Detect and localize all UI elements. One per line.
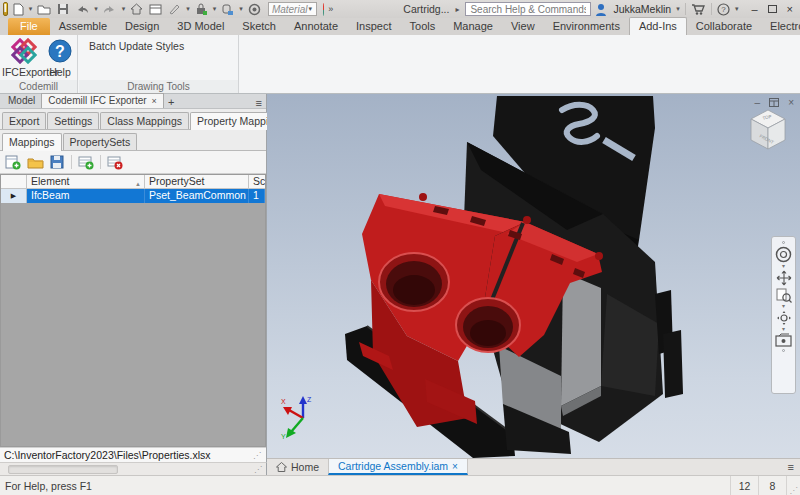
dock-tab-model[interactable]: Model <box>2 94 41 108</box>
redo-caret-icon[interactable]: ▾ <box>121 5 127 13</box>
app-store-cart-icon[interactable] <box>689 1 707 17</box>
dock-menu-icon[interactable]: ≡ <box>256 98 262 108</box>
pan-icon[interactable] <box>776 270 792 286</box>
tab-view[interactable]: View <box>502 18 544 35</box>
cell-propertyset[interactable]: Pset_BeamCommon <box>145 189 249 203</box>
header-element[interactable]: Element▲ <box>27 175 145 189</box>
tab-electromechanical[interactable]: Electromechanical <box>761 18 800 35</box>
table-row[interactable]: ▶ IfcBeam Pset_BeamCommon 1 <box>1 189 265 203</box>
help-caret-icon[interactable]: ▾ <box>734 5 740 13</box>
component-caret-icon[interactable]: ▾ <box>238 5 244 13</box>
material-caret-icon: ▾ <box>307 5 313 13</box>
sketch-caret-icon[interactable]: ▾ <box>185 5 191 13</box>
model-viewport[interactable]: – × FRONT TOP ▾ ▾ ▾ Z X Y <box>267 94 800 458</box>
constraint-caret-icon[interactable]: ▾ <box>212 5 218 13</box>
batch-update-styles-button[interactable]: Batch Update Styles <box>89 40 184 52</box>
dock-tab-codemill-ifc-exporter[interactable]: Codemill IFC Exporter × <box>41 93 164 108</box>
navigation-wheel-icon[interactable] <box>775 246 792 263</box>
tab-inspect[interactable]: Inspect <box>347 18 400 35</box>
header-scope[interactable]: Sc <box>249 175 266 189</box>
tab-export[interactable]: Export <box>2 112 46 129</box>
new-file-icon[interactable] <box>10 1 26 17</box>
new-file-caret-icon[interactable]: ▾ <box>28 5 34 13</box>
minimize-button[interactable]: – <box>751 4 757 14</box>
view-cube[interactable]: FRONT TOP <box>746 107 790 153</box>
qat-overflow-icon[interactable]: » <box>326 1 335 17</box>
tab-assemble[interactable]: Assemble <box>50 18 116 35</box>
user-avatar-icon[interactable] <box>593 1 609 17</box>
user-caret-icon[interactable]: ▾ <box>675 5 681 13</box>
material-dropdown[interactable]: Material ▾ <box>268 2 317 16</box>
open-mapping-file-button[interactable] <box>26 153 44 171</box>
dock-tab-label: Codemill IFC Exporter <box>48 95 146 106</box>
tab-file[interactable]: File <box>8 18 50 35</box>
undo-caret-icon[interactable]: ▾ <box>93 5 99 13</box>
navbar-handle-icon[interactable] <box>782 241 785 244</box>
table-empty-area[interactable] <box>1 203 265 446</box>
tab-design[interactable]: Design <box>116 18 168 35</box>
home-icon[interactable] <box>128 1 145 17</box>
cartridge-assembly-tab[interactable]: Cartridge Assembly.iam × <box>328 459 468 475</box>
tab-add-ins[interactable]: Add-Ins <box>629 17 687 35</box>
user-name[interactable]: JukkaMeklin <box>613 3 671 15</box>
open-icon[interactable] <box>35 1 53 17</box>
cell-scope[interactable]: 1 <box>249 189 265 203</box>
tab-environments[interactable]: Environments <box>544 18 629 35</box>
dock-tab-close-icon[interactable]: × <box>152 96 157 106</box>
help-menu-icon[interactable]: ? <box>715 1 732 17</box>
home-tab-label: Home <box>291 461 319 473</box>
redo-icon[interactable] <box>101 1 119 17</box>
search-input[interactable] <box>465 2 591 16</box>
subtab-propertysets[interactable]: PropertySets <box>63 133 138 150</box>
tab-class-mappings[interactable]: Class Mappings <box>100 112 189 129</box>
doc-tabs-menu-icon[interactable]: ≡ <box>788 463 794 472</box>
constraint-lock-icon[interactable] <box>193 1 210 17</box>
navbar-menu-icon[interactable] <box>782 349 785 352</box>
appearance-wheel-icon[interactable] <box>323 3 324 16</box>
tab-sketch[interactable]: Sketch <box>233 18 285 35</box>
tab-3d-model[interactable]: 3D Model <box>168 18 233 35</box>
tab-manage[interactable]: Manage <box>444 18 502 35</box>
maximize-button[interactable] <box>768 5 777 13</box>
new-mapping-table-button[interactable] <box>4 153 22 171</box>
iproperties-icon[interactable] <box>246 1 263 17</box>
orbit-icon[interactable] <box>776 310 792 326</box>
close-button[interactable]: × <box>787 4 793 14</box>
doc-restore-icon[interactable] <box>769 98 779 107</box>
help-button[interactable]: ? Help <box>44 38 76 78</box>
header-row-selector <box>1 175 27 189</box>
subtab-mappings[interactable]: Mappings <box>2 133 62 151</box>
cell-element[interactable]: IfcBeam <box>27 189 145 203</box>
undo-icon[interactable] <box>73 1 91 17</box>
row-selector-icon[interactable]: ▶ <box>1 189 27 203</box>
strip-resize-grip[interactable]: ⋰ <box>254 465 263 474</box>
document-tab-bar: Home Cartridge Assembly.iam × ≡ <box>267 458 800 475</box>
save-icon[interactable] <box>55 1 71 17</box>
wheel-caret-icon[interactable]: ▾ <box>782 264 785 269</box>
zoom-caret-icon[interactable]: ▾ <box>782 304 785 309</box>
tab-annotate[interactable]: Annotate <box>285 18 347 35</box>
title-expand-icon[interactable]: ▸ <box>455 5 459 14</box>
save-mapping-file-button[interactable] <box>48 153 66 171</box>
dock-new-tab-button[interactable]: + <box>164 96 178 108</box>
group-label-drawing-tools[interactable]: Drawing Tools <box>79 80 238 93</box>
panel-resize-grip[interactable]: ⋰ <box>253 451 262 460</box>
add-row-button[interactable] <box>77 153 95 171</box>
header-propertyset[interactable]: PropertySet <box>145 175 249 189</box>
zoom-icon[interactable] <box>776 287 792 303</box>
group-label-codemill[interactable]: Codemill <box>0 80 77 93</box>
tab-tools[interactable]: Tools <box>401 18 445 35</box>
home-tab[interactable]: Home <box>267 459 328 475</box>
cartridge-tab-close-icon[interactable]: × <box>452 461 458 472</box>
look-at-icon[interactable] <box>775 333 792 347</box>
inventor-app-icon[interactable]: I <box>3 2 8 16</box>
sketch-icon[interactable] <box>166 1 183 17</box>
window-resize-grip[interactable]: ⋰ <box>786 476 800 495</box>
orbit-caret-icon[interactable]: ▾ <box>782 327 785 332</box>
component-icon[interactable] <box>219 1 236 17</box>
delete-row-button[interactable] <box>106 153 124 171</box>
tab-collaborate[interactable]: Collaborate <box>687 18 761 35</box>
ifc-exporter-button[interactable]: IFCExporter <box>2 38 46 78</box>
view-window-icon[interactable] <box>147 1 164 17</box>
tab-settings[interactable]: Settings <box>47 112 99 129</box>
